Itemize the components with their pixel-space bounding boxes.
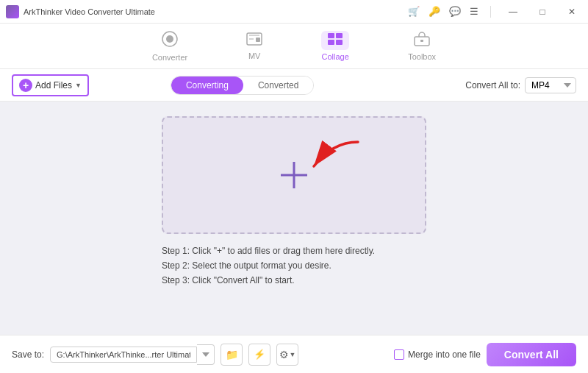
toolbox-label: Toolbox [408,52,436,61]
toolbar: + Add Files ▼ Converting Converted Conve… [0,69,588,102]
add-files-plus-icon: + [19,79,32,92]
converter-label: Converter [152,53,187,62]
cart-icon[interactable]: 🛒 [408,6,420,17]
converter-icon [162,31,178,51]
nav-item-converter[interactable]: Converter [145,26,195,66]
convert-all-button[interactable]: Convert All [487,343,576,366]
nav-bar: Converter MV Collage [0,24,588,69]
tab-converted[interactable]: Converted [243,77,313,94]
svg-rect-7 [336,40,343,45]
merge-checkbox-wrap: Merge into one file [394,349,481,360]
toolbox-icon [414,32,430,50]
nav-item-toolbox[interactable]: Toolbox [401,27,443,65]
drop-zone[interactable] [162,116,426,234]
convert-all-to-label: Convert All to: [465,80,520,90]
instruction-step2: Step 2: Select the output format you des… [162,260,426,271]
title-bar-left: ArkThinker Video Converter Ultimate [6,5,155,18]
svg-rect-6 [328,40,334,45]
add-files-button[interactable]: + Add Files ▼ [12,74,89,96]
close-button[interactable]: ✕ [562,4,582,19]
title-bar: ArkThinker Video Converter Ultimate 🛒 🔑 … [0,0,588,24]
menu-icon[interactable]: ☰ [470,6,478,17]
add-files-label: Add Files [35,80,72,90]
save-path-input[interactable] [50,347,197,363]
mv-label: MV [248,51,261,60]
svg-rect-5 [336,33,343,38]
mv-icon [246,32,262,49]
collage-icon-wrap [321,31,349,50]
save-to-label: Save to: [12,349,44,360]
minimize-button[interactable]: — [503,4,523,19]
collage-label: Collage [322,52,349,61]
gear-button[interactable]: ⚙ ▼ [276,344,298,366]
svg-rect-9 [420,40,423,42]
nav-item-collage[interactable]: Collage [314,26,356,65]
folder-icon: 📁 [226,349,238,360]
folder-button[interactable]: 📁 [220,344,243,366]
main-content: Step 1: Click "+" to add files or drag t… [0,102,588,335]
merge-label: Merge into one file [408,349,481,360]
tab-group: Converting Converted [171,76,314,95]
app-title: ArkThinker Video Converter Ultimate [24,7,155,16]
svg-point-1 [166,35,173,43]
convert-all-to: Convert All to: MP4 MKV AVI MOV WMV FLV [465,77,576,93]
svg-rect-3 [256,38,260,42]
bottom-bar: Save to: 📁 ⚡ ⚙ ▼ Merge into one file Con… [0,335,588,373]
svg-rect-4 [328,33,334,38]
drop-arrow-icon [288,138,362,182]
tab-converting[interactable]: Converting [171,77,243,94]
instruction-step3: Step 3: Click "Convert All" to start. [162,275,426,285]
key-icon[interactable]: 🔑 [429,6,440,17]
gear-icon: ⚙ [279,349,289,360]
maximize-button[interactable]: □ [532,4,553,19]
bolt-icon: ⚡ [254,349,265,360]
title-bar-icons: 🛒 🔑 💬 ☰ — □ ✕ [408,4,582,19]
instructions: Step 1: Click "+" to add files or drag t… [162,246,426,290]
nav-item-mv[interactable]: MV [239,28,270,65]
bolt-button[interactable]: ⚡ [248,344,270,366]
format-select[interactable]: MP4 MKV AVI MOV WMV FLV [525,77,576,93]
merge-checkbox[interactable] [394,349,404,360]
gear-dropdown-arrow: ▼ [290,351,296,358]
path-dropdown-button[interactable] [197,344,215,365]
add-files-dropdown-arrow: ▼ [75,82,82,89]
path-group [50,344,215,365]
instruction-step1: Step 1: Click "+" to add files or drag t… [162,246,426,256]
chat-icon[interactable]: 💬 [449,6,461,17]
app-icon [6,5,19,18]
